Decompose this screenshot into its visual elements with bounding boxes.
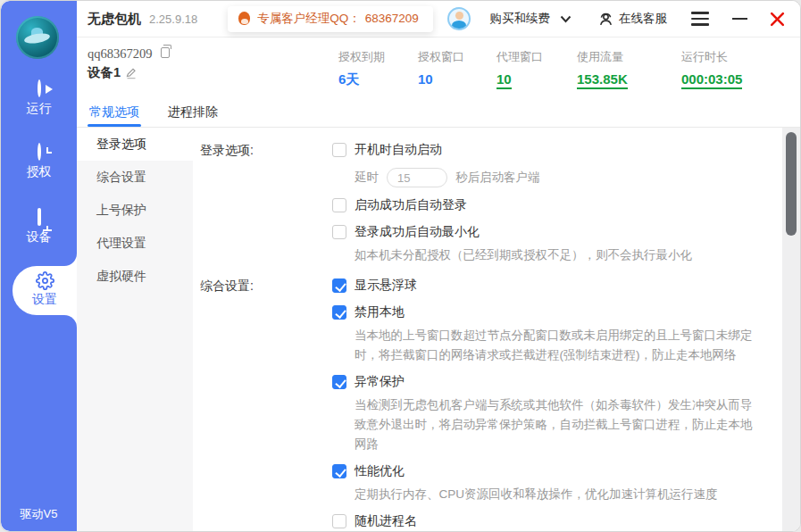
- device-name: 设备1: [88, 64, 121, 81]
- section-label: 登录选项:: [200, 140, 332, 272]
- option-description: 当检测到无虑包机客户端与系统或其他软件（如杀毒软件）发生冲突从而导致意外退出时，…: [355, 395, 754, 454]
- section-login-options: 登录选项: 开机时自动启动 延时 秒后启动客户端 启动成功后自动登录 登: [200, 140, 782, 272]
- monitor-icon: [38, 208, 41, 226]
- scrollbar-track[interactable]: [782, 128, 800, 531]
- device-line: 设备1: [88, 64, 138, 81]
- driver-version-label: 驱动V5: [1, 506, 77, 522]
- option-disable-local[interactable]: 禁用本地: [332, 303, 754, 322]
- close-icon[interactable]: [769, 11, 786, 28]
- sidebar-item-label: 设备: [1, 229, 77, 245]
- stat-value[interactable]: 000:03:05: [681, 71, 742, 89]
- stat-run-time: 运行时长 000:03:05: [681, 49, 742, 89]
- option-description: 定期执行内存、CPU资源回收和释放操作，优化加速计算机运行速度: [355, 485, 754, 504]
- qq-number: 68367209: [365, 12, 419, 25]
- sidebar-item-label: 授权: [1, 164, 77, 180]
- app-version: 2.25.9.18: [149, 12, 197, 26]
- account-line: qq68367209: [88, 46, 170, 62]
- app-title: 无虑包机: [88, 11, 141, 28]
- section-label: 综合设置:: [200, 276, 332, 531]
- sidebar-item-authorization[interactable]: 授权: [1, 145, 77, 180]
- option-description: 如本机未分配授权（已经到期或授权不足），则不会执行最小化: [355, 245, 754, 265]
- stat-value[interactable]: 153.85K: [577, 71, 628, 89]
- sidebar-item-label: 运行: [1, 101, 77, 117]
- option-description: 当本地的上号窗口数超过节点分配窗口数或未启用绑定的且上号窗口未绑定时，将拦截窗口…: [355, 326, 754, 365]
- scrollbar-thumb[interactable]: [786, 132, 797, 236]
- stat-value[interactable]: 10: [496, 71, 512, 89]
- checkbox[interactable]: [332, 198, 346, 212]
- app-window: 运行 授权 设备 设置 驱动V5 无虑包机 2.25.9.18 专属客户经理QQ…: [0, 0, 801, 532]
- submenu-item-account-protection[interactable]: 上号保护: [77, 194, 193, 227]
- stat-license-expiry: 授权到期 6天: [338, 49, 385, 88]
- online-support-button[interactable]: 在线客服: [598, 11, 667, 27]
- option-minimize-after-login[interactable]: 登录成功后自动最小化: [332, 222, 754, 242]
- stat-value: 10: [418, 71, 433, 87]
- stat-value: 6天: [338, 71, 359, 88]
- customer-service-icon: [598, 12, 613, 27]
- minimize-icon[interactable]: [732, 18, 747, 21]
- edit-pencil-icon[interactable]: [125, 67, 138, 79]
- app-logo-ufo-icon: [16, 16, 59, 59]
- clock-icon: [38, 143, 41, 161]
- sidebar: 运行 授权 设备 设置 驱动V5: [1, 1, 77, 531]
- stat-traffic-used: 使用流量 153.85K: [577, 49, 628, 89]
- sidebar-item-settings[interactable]: 设置: [13, 266, 77, 315]
- submenu-item-virtual-hardware[interactable]: 虚拟硬件: [77, 260, 193, 293]
- option-performance-optimization[interactable]: 性能优化: [332, 461, 754, 481]
- checkbox[interactable]: [332, 514, 346, 528]
- checkbox[interactable]: [332, 464, 346, 478]
- qq-notice-label: 专属客户经理QQ：: [257, 11, 361, 27]
- checkbox[interactable]: [332, 225, 346, 239]
- submenu-item-general-settings[interactable]: 综合设置: [77, 161, 193, 194]
- manager-qq-notice[interactable]: 专属客户经理QQ： 68367209: [228, 6, 433, 32]
- chevron-down-icon[interactable]: [560, 15, 572, 23]
- section-general-settings: 综合设置: 显示悬浮球 禁用本地 当本地的上号窗口数超过节点分配窗口数或未启用绑…: [200, 276, 782, 531]
- title-bar: 无虑包机 2.25.9.18 专属客户经理QQ： 68367209 购买和续费 …: [77, 1, 800, 37]
- user-avatar[interactable]: [447, 7, 471, 30]
- option-random-process-name[interactable]: 随机进程名: [332, 511, 754, 531]
- sidebar-item-label: 设置: [13, 292, 77, 308]
- tab-general-options[interactable]: 常规选项: [88, 100, 141, 127]
- tab-process-exclusion[interactable]: 进程排除: [166, 100, 220, 127]
- play-circle-icon: [38, 79, 41, 97]
- sidebar-item-run[interactable]: 运行: [1, 81, 77, 117]
- settings-content: 登录选项: 开机时自动启动 延时 秒后启动客户端 启动成功后自动登录 登: [193, 128, 782, 531]
- account-id: qq68367209: [88, 46, 153, 62]
- checkbox[interactable]: [332, 143, 346, 157]
- option-auto-login-after-start[interactable]: 启动成功后自动登录: [332, 195, 754, 215]
- checkbox[interactable]: [332, 278, 346, 293]
- delay-seconds-input[interactable]: [387, 168, 447, 187]
- buy-renew-button[interactable]: 购买和续费: [490, 11, 551, 27]
- settings-submenu: 登录选项 综合设置 上号保护 代理设置 虚拟硬件: [77, 128, 193, 531]
- info-bar: qq68367209 设备1 授权到期 6天 授权窗口 10 代理窗口 10 使…: [77, 38, 800, 100]
- checkbox[interactable]: [332, 305, 346, 320]
- checkbox[interactable]: [332, 375, 346, 389]
- stat-licensed-windows: 授权窗口 10: [418, 49, 464, 87]
- option-auto-start-on-boot[interactable]: 开机时自动启动: [332, 140, 754, 160]
- option-show-float-ball[interactable]: 显示悬浮球: [332, 276, 754, 295]
- submenu-item-login-options[interactable]: 登录选项: [77, 128, 193, 161]
- sidebar-item-devices[interactable]: 设备: [1, 210, 77, 245]
- tab-bar: 常规选项 进程排除: [77, 100, 800, 128]
- qq-penguin-icon: [238, 12, 250, 25]
- option-exception-protection[interactable]: 异常保护: [332, 372, 754, 392]
- stat-proxy-windows: 代理窗口 10: [496, 49, 543, 89]
- online-support-label: 在线客服: [619, 11, 667, 27]
- selected-tab-curve-top: [64, 254, 77, 266]
- selected-tab-curve-bottom: [64, 315, 77, 328]
- menu-icon[interactable]: [691, 9, 709, 29]
- gear-icon: [36, 271, 54, 290]
- option-start-delay: 延时 秒后启动客户端: [355, 167, 754, 188]
- copy-icon[interactable]: [161, 47, 170, 58]
- submenu-item-proxy-settings[interactable]: 代理设置: [77, 227, 193, 260]
